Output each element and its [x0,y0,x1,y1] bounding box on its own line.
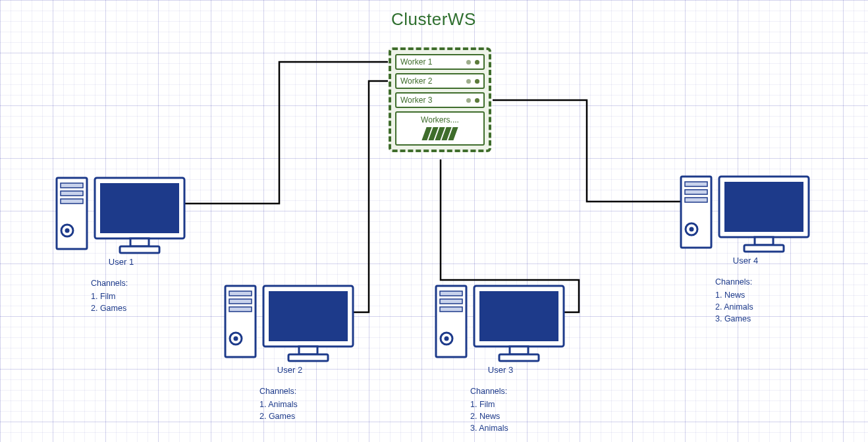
computer-icon [680,175,811,253]
svg-rect-27 [479,291,558,341]
led-icon [466,60,471,65]
svg-rect-1 [61,183,83,188]
svg-point-35 [690,227,694,232]
wire-user2 [353,81,388,312]
channel-item: 2. Games [91,302,187,314]
channel-item: 1. Film [470,399,566,410]
user-channels: Channels: 1. Film 2. News 3. Animals [470,385,566,435]
svg-rect-22 [440,299,462,304]
svg-rect-39 [744,245,784,252]
computer-icon [55,177,187,254]
worker-label: Worker 1 [400,57,462,67]
led-icon [475,60,479,65]
server-cluster: Worker 1 Worker 2 Worker 3 Workers.... [389,47,491,152]
led-icon [466,79,471,84]
worker-label: Worker 2 [400,76,462,86]
svg-rect-23 [440,307,462,312]
worker-label: Worker 3 [400,96,462,105]
user4-node: User 4 Channels: 1. News 2. Animals 3. G… [680,175,811,325]
wire-user4 [493,100,680,202]
svg-point-15 [234,337,238,341]
channel-item: 2. Games [259,410,356,422]
svg-rect-32 [685,190,707,194]
svg-rect-21 [440,291,462,296]
svg-rect-13 [229,307,252,312]
user-channels: Channels: 1. Animals 2. Games [259,385,356,422]
channel-item: 3. Games [715,313,811,325]
svg-rect-29 [499,354,539,361]
svg-rect-17 [269,291,348,341]
led-icon [475,98,479,103]
user3-node: User 3 Channels: 1. Film 2. News 3. Anim… [435,285,566,435]
svg-rect-18 [299,346,317,354]
diagram-title: ClusterWS [391,9,476,30]
svg-rect-8 [130,238,149,246]
worker-row: Worker 3 [395,92,485,108]
computer-icon [435,285,566,362]
channels-header: Channels: [715,276,811,288]
channels-header: Channels: [259,385,356,397]
hatch-decoration [400,127,479,140]
svg-rect-28 [510,346,528,354]
svg-rect-19 [288,354,328,361]
channel-item: 1. Film [91,290,187,302]
user-name: User 4 [680,256,811,265]
svg-rect-33 [685,198,707,202]
svg-point-25 [445,337,449,341]
svg-rect-37 [724,182,803,232]
user2-node: User 2 Channels: 1. Animals 2. Games [224,285,356,422]
svg-rect-7 [100,183,179,233]
worker-row: Worker 1 [395,54,485,70]
led-icon [466,98,471,103]
user-name: User 3 [435,365,566,375]
svg-rect-12 [229,299,252,304]
svg-rect-2 [61,191,83,196]
svg-point-5 [65,229,70,233]
svg-rect-3 [61,199,83,204]
user-name: User 1 [55,257,187,267]
channel-item: 2. News [470,410,566,422]
diagram-canvas: ClusterWS Worker 1 Worker 2 Worker 3 Wor… [0,0,868,442]
channel-item: 2. Animals [715,301,811,313]
worker-row: Worker 2 [395,73,485,89]
user-channels: Channels: 1. Film 2. Games [91,277,187,314]
led-icon [475,79,479,84]
user-channels: Channels: 1. News 2. Animals 3. Games [715,276,811,325]
channels-header: Channels: [91,277,187,289]
workers-more-label: Workers.... [400,115,479,124]
svg-rect-20 [436,286,466,357]
svg-rect-10 [225,286,256,357]
wire-user1 [185,62,388,204]
svg-rect-30 [681,177,711,248]
channel-item: 3. Animals [470,422,566,434]
channels-header: Channels: [470,385,566,397]
channel-item: 1. Animals [259,399,356,410]
svg-rect-31 [685,182,707,186]
user-name: User 2 [224,365,356,375]
svg-rect-9 [120,246,159,253]
svg-rect-0 [57,178,87,249]
workers-more: Workers.... [395,111,485,146]
channel-item: 1. News [715,289,811,301]
svg-rect-38 [755,237,773,245]
computer-icon [224,285,356,362]
user1-node: User 1 Channels: 1. Film 2. Games [55,177,187,314]
svg-rect-11 [229,291,252,296]
